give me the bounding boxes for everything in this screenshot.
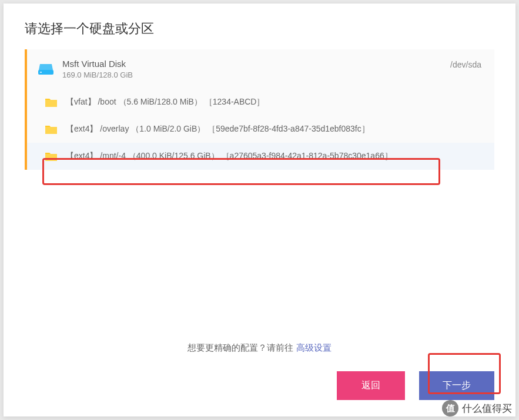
svg-rect-1 (40, 72, 42, 73)
disk-list: Msft Virtual Disk 169.0 MiB/128.0 GiB /d… (25, 49, 494, 170)
disk-device: /dev/sda (450, 60, 481, 69)
partition-row-overlay[interactable]: 【ext4】 /overlay （1.0 MiB/2.0 GiB） ［59ede… (27, 116, 494, 143)
folder-icon (45, 97, 58, 107)
footer-text: 想要更精确的配置？请前往 高级设置 (25, 332, 494, 364)
next-button[interactable]: 下一步 (419, 371, 494, 400)
dialog-title: 请选择一个硬盘或分区 (4, 4, 515, 49)
disk-header[interactable]: Msft Virtual Disk 169.0 MiB/128.0 GiB /d… (27, 49, 494, 89)
disk-selection-dialog: 请选择一个硬盘或分区 Msft Virtual Disk 169.0 MiB/1… (4, 4, 515, 416)
disk-icon (38, 63, 54, 76)
partition-text: 【vfat】 /boot （5.6 MiB/128.0 MiB） ［1234-A… (66, 97, 264, 107)
partition-text: 【ext4】 /mnt/-4 （400.0 KiB/125.6 GiB） ［a2… (66, 151, 393, 162)
advanced-settings-link[interactable]: 高级设置 (296, 342, 332, 352)
folder-icon (45, 151, 58, 162)
disk-info: Msft Virtual Disk 169.0 MiB/128.0 GiB (62, 58, 484, 80)
watermark-text: 什么值得买 (462, 402, 512, 415)
back-button[interactable]: 返回 (337, 371, 405, 400)
partition-text: 【ext4】 /overlay （1.0 MiB/2.0 GiB） ［59ede… (66, 124, 370, 135)
watermark: 值 什么值得买 (442, 400, 512, 416)
button-row: 返回 下一步 (4, 364, 515, 416)
content-area: Msft Virtual Disk 169.0 MiB/128.0 GiB /d… (4, 49, 515, 364)
partition-row-mnt[interactable]: 【ext4】 /mnt/-4 （400.0 KiB/125.6 GiB） ［a2… (27, 143, 494, 170)
folder-icon (45, 124, 58, 135)
watermark-badge-icon: 值 (442, 400, 458, 416)
disk-size: 169.0 MiB/128.0 GiB (62, 70, 484, 80)
disk-name: Msft Virtual Disk (62, 58, 484, 70)
partition-row-boot[interactable]: 【vfat】 /boot （5.6 MiB/128.0 MiB） ［1234-A… (27, 89, 494, 116)
